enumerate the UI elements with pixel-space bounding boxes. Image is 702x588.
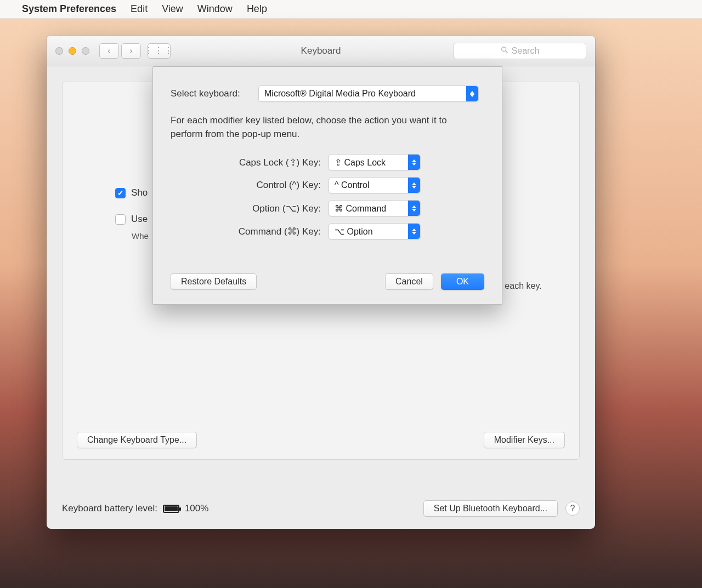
battery-percent: 100%	[185, 503, 208, 514]
cancel-button[interactable]: Cancel	[385, 273, 433, 290]
change-keyboard-type-button[interactable]: Change Keyboard Type...	[77, 432, 197, 448]
popup-arrows-icon	[466, 86, 478, 101]
chevron-left-icon: ‹	[107, 46, 110, 56]
search-field[interactable]: Search	[454, 43, 586, 59]
control-label: Control (^) Key:	[171, 180, 329, 191]
popup-arrows-icon	[408, 178, 420, 193]
option-label: Option (⌥) Key:	[171, 203, 329, 214]
capslock-popup[interactable]: ⇪ Caps Lock	[329, 154, 421, 170]
svg-line-1	[506, 50, 507, 52]
menu-help[interactable]: Help	[247, 3, 267, 15]
system-menubar: System Preferences Edit View Window Help	[0, 0, 702, 19]
search-placeholder: Search	[512, 46, 540, 56]
select-keyboard-label: Select keyboard:	[171, 88, 258, 99]
checkbox-row-1: Sho	[115, 187, 149, 198]
checkbox-row-2: Use	[115, 214, 149, 225]
checkbox-1[interactable]	[115, 188, 126, 198]
menu-window[interactable]: Window	[197, 3, 233, 15]
ok-button[interactable]: OK	[441, 273, 484, 290]
checkbox-2-subtext: Whe	[132, 231, 149, 241]
checkbox-2[interactable]	[115, 214, 126, 225]
chevron-right-icon: ›	[129, 46, 132, 56]
popup-arrows-icon	[408, 224, 420, 239]
control-popup[interactable]: ^ Control	[329, 177, 421, 193]
popup-arrows-icon	[408, 155, 420, 170]
command-popup[interactable]: ⌥ Option	[329, 223, 421, 239]
select-keyboard-value: Microsoft® Digital Media Pro Keyboard	[259, 89, 433, 99]
control-value: ^ Control	[329, 180, 387, 190]
battery-label: Keyboard battery level:	[62, 503, 157, 514]
capslock-label: Caps Lock (⇪) Key:	[171, 157, 329, 168]
command-label: Command (⌘) Key:	[171, 226, 329, 237]
grid-icon: ⋮⋮⋮	[144, 45, 174, 56]
window-footer: Keyboard battery level: 100% Set Up Blue…	[62, 500, 580, 517]
back-button[interactable]: ‹	[99, 43, 119, 59]
popup-arrows-icon	[408, 201, 420, 216]
window-titlebar: ‹ › ⋮⋮⋮ Keyboard Search	[47, 36, 595, 66]
select-keyboard-popup[interactable]: Microsoft® Digital Media Pro Keyboard	[258, 85, 479, 102]
search-icon	[501, 46, 508, 56]
restore-defaults-button[interactable]: Restore Defaults	[171, 273, 257, 290]
forward-button[interactable]: ›	[121, 43, 141, 59]
option-popup[interactable]: ⌘ Command	[329, 200, 421, 216]
toolbar-nav: ‹ ›	[99, 43, 141, 59]
show-all-button[interactable]: ⋮⋮⋮	[148, 43, 171, 59]
obscured-text-fragment: n each key.	[497, 281, 542, 291]
modifier-keys-sheet: Select keyboard: Microsoft® Digital Medi…	[152, 66, 502, 305]
minimize-traffic-light[interactable]	[69, 47, 76, 55]
battery-icon	[163, 505, 179, 513]
checkbox-1-label: Sho	[131, 187, 148, 198]
modifier-keys-button[interactable]: Modifier Keys...	[484, 432, 565, 448]
menu-edit[interactable]: Edit	[131, 3, 148, 15]
help-button[interactable]: ?	[565, 501, 580, 516]
option-value: ⌘ Command	[329, 203, 404, 214]
traffic-lights	[55, 47, 89, 55]
checkbox-2-label: Use	[131, 214, 148, 225]
setup-bluetooth-keyboard-button[interactable]: Set Up Bluetooth Keyboard...	[423, 500, 558, 517]
capslock-value: ⇪ Caps Lock	[329, 157, 403, 168]
close-traffic-light[interactable]	[55, 47, 63, 55]
zoom-traffic-light[interactable]	[82, 47, 89, 55]
menubar-app-name[interactable]: System Preferences	[22, 3, 116, 15]
sheet-description: For each modifier key listed below, choo…	[171, 114, 467, 141]
menu-view[interactable]: View	[162, 3, 183, 15]
command-value: ⌥ Option	[329, 226, 390, 237]
